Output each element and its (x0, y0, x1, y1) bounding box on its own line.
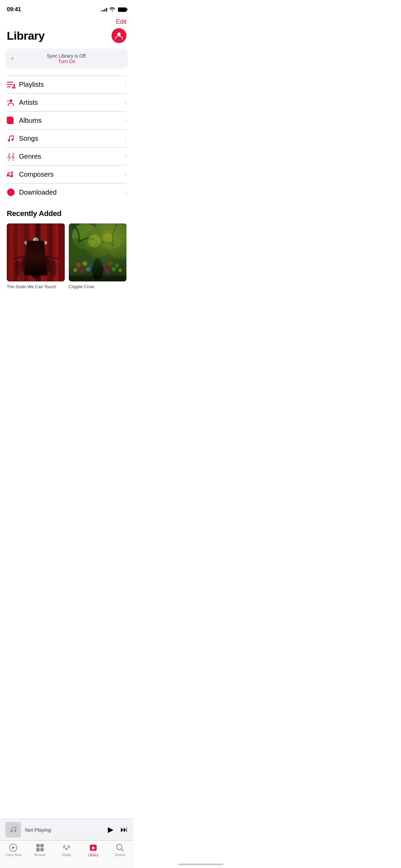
svg-point-41 (72, 223, 98, 249)
title-row: Library (0, 27, 133, 48)
sync-close-button[interactable]: × (11, 56, 14, 62)
chevron-right-icon: › (125, 171, 126, 177)
svg-point-0 (117, 33, 121, 36)
signal-icon (101, 7, 107, 12)
genres-icon: 𝄞𝄞 (7, 152, 19, 160)
svg-point-59 (111, 267, 116, 271)
status-bar: 09:41 (0, 0, 133, 17)
sync-main-text: Sync Library is Off. (18, 53, 116, 59)
svg-point-53 (73, 268, 77, 272)
svg-point-42 (94, 223, 126, 249)
menu-item-downloaded[interactable]: Downloaded › (7, 183, 126, 201)
battery-icon (118, 7, 126, 12)
person-icon (115, 31, 123, 40)
wifi-icon (109, 7, 115, 13)
svg-rect-1 (7, 82, 13, 83)
svg-rect-3 (7, 86, 11, 87)
composers-icon (7, 170, 19, 178)
svg-rect-29 (52, 223, 58, 281)
svg-point-64 (88, 235, 101, 248)
status-time: 09:41 (7, 6, 21, 13)
albums-icon (7, 116, 19, 124)
svg-point-35 (15, 260, 21, 276)
svg-point-65 (102, 233, 112, 242)
svg-point-34 (41, 256, 50, 275)
svg-point-60 (118, 269, 122, 272)
svg-rect-25 (29, 223, 36, 281)
svg-point-47 (82, 261, 87, 266)
playlists-label: Playlists (19, 81, 125, 88)
svg-point-55 (86, 267, 90, 272)
svg-point-12 (8, 139, 10, 141)
library-menu: Playlists › Artists › Albums › (0, 76, 133, 201)
svg-rect-2 (7, 84, 13, 85)
playlists-icon (7, 81, 19, 88)
sync-banner: × Sync Library is Off. Turn On (5, 48, 128, 69)
svg-point-13 (12, 139, 14, 141)
menu-item-playlists[interactable]: Playlists › (7, 76, 126, 94)
chevron-right-icon: › (125, 189, 126, 195)
svg-point-54 (79, 269, 84, 274)
chevron-right-icon: › (125, 117, 126, 123)
album-art-2 (69, 223, 127, 281)
svg-rect-28 (47, 223, 52, 281)
svg-point-38 (24, 241, 28, 244)
svg-rect-40 (69, 223, 127, 281)
svg-point-58 (105, 269, 110, 274)
menu-item-albums[interactable]: Albums › (7, 112, 126, 130)
svg-point-46 (76, 263, 81, 268)
svg-rect-24 (24, 223, 29, 281)
svg-point-31 (28, 256, 43, 278)
svg-text:𝄞𝄞: 𝄞𝄞 (7, 153, 15, 160)
svg-point-32 (31, 236, 41, 269)
edit-button[interactable]: Edit (116, 18, 126, 25)
sync-turn-on-button[interactable]: Turn On (18, 59, 116, 64)
menu-item-artists[interactable]: Artists › (7, 94, 126, 112)
svg-point-18 (11, 176, 13, 177)
album-card-1[interactable]: The Gods We Can Touch (7, 223, 65, 290)
svg-point-5 (12, 87, 14, 88)
svg-rect-6 (13, 86, 15, 86)
svg-point-50 (102, 264, 106, 268)
album-card-2[interactable]: Cripple Crow (69, 223, 127, 290)
sync-text: Sync Library is Off. Turn On (18, 53, 122, 64)
artists-label: Artists (19, 99, 125, 106)
svg-point-39 (43, 241, 47, 244)
downloaded-icon (7, 188, 19, 196)
songs-icon (7, 134, 19, 142)
album-title-1: The Gods We Can Touch (7, 284, 56, 289)
svg-point-43 (83, 228, 112, 257)
albums-label: Albums (19, 117, 125, 124)
chevron-right-icon: › (125, 99, 126, 105)
svg-point-4 (14, 87, 16, 88)
svg-point-61 (92, 260, 103, 280)
status-icons (101, 6, 126, 13)
svg-point-36 (50, 260, 57, 276)
avatar[interactable] (112, 28, 126, 43)
svg-point-49 (95, 262, 100, 268)
svg-rect-21 (7, 223, 13, 281)
menu-item-genres[interactable]: 𝄞𝄞 Genres › (7, 147, 126, 165)
menu-item-composers[interactable]: Composers › (7, 165, 126, 183)
genres-label: Genres (19, 153, 125, 160)
svg-rect-9 (7, 117, 13, 123)
svg-point-56 (92, 269, 97, 274)
downloaded-label: Downloaded (19, 189, 125, 196)
composers-label: Composers (19, 171, 125, 178)
svg-rect-27 (40, 223, 47, 281)
svg-point-7 (9, 99, 12, 102)
header-row: Edit (0, 17, 133, 27)
svg-rect-20 (7, 223, 65, 281)
svg-rect-26 (36, 223, 40, 281)
svg-point-48 (88, 264, 94, 269)
album-title-2: Cripple Crow (69, 284, 94, 289)
albums-grid: The Gods We Can Touch (0, 223, 133, 290)
recently-added-title: Recently Added (0, 201, 133, 223)
chevron-right-icon: › (125, 135, 126, 141)
album-art-1 (7, 223, 65, 281)
menu-item-songs[interactable]: Songs › (7, 130, 126, 147)
svg-rect-30 (58, 223, 65, 281)
artists-icon (7, 98, 19, 106)
svg-rect-22 (13, 223, 18, 281)
svg-point-44 (69, 238, 86, 260)
